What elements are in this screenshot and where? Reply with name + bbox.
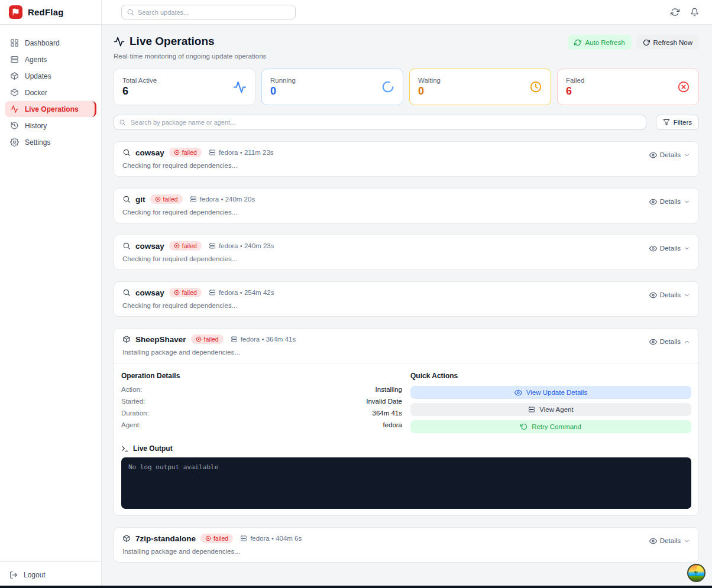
eye-icon (649, 245, 657, 252)
search-icon (119, 119, 126, 126)
server-icon (528, 406, 535, 413)
retry-command-button[interactable]: Retry Command (410, 420, 691, 433)
operation-details-title: Operation Details (121, 372, 402, 380)
stat-total-active: Total Active 6 (114, 69, 255, 105)
agent-meta: fedora • 240m 23s (209, 242, 274, 249)
refresh-now-button[interactable]: Refresh Now (636, 35, 699, 50)
sidebar-item-dashboard[interactable]: Dashboard (5, 35, 96, 51)
operation-expanded-panel: Operation Details Action: Installing Sta… (114, 363, 698, 515)
history-icon (10, 121, 19, 130)
view-agent-button[interactable]: View Agent (410, 403, 691, 416)
sidebar-item-label: Settings (25, 138, 50, 147)
topbar (102, 0, 712, 25)
eye-icon (649, 291, 657, 299)
window-bottom-edge (0, 586, 712, 588)
status-message: Checking for required dependencies... (122, 255, 274, 262)
package-name: cowsay (135, 242, 164, 251)
stat-running: Running 0 (261, 69, 403, 105)
live-output-terminal[interactable]: No log output available (121, 457, 691, 509)
main-area: Live Operations Auto Refresh Refresh Now… (102, 0, 712, 588)
sidebar-item-docker[interactable]: Docker (5, 85, 96, 100)
sidebar-item-history[interactable]: History (5, 118, 96, 134)
details-toggle[interactable]: Details (649, 196, 690, 207)
eye-icon (649, 537, 657, 545)
auto-refresh-button[interactable]: Auto Refresh (568, 35, 631, 50)
bell-icon[interactable] (690, 8, 699, 17)
eye-icon (649, 151, 657, 159)
package-icon (122, 335, 131, 343)
sidebar-item-updates[interactable]: Updates (5, 68, 96, 84)
sidebar-item-label: Docker (25, 89, 47, 97)
refresh-icon (643, 39, 650, 46)
package-name: cowsay (135, 148, 164, 157)
status-message: Checking for required dependencies... (122, 302, 274, 309)
chevron-down-icon (684, 292, 690, 298)
chevron-down-icon (684, 199, 690, 205)
search-icon (122, 288, 131, 297)
details-toggle[interactable]: Details (649, 336, 690, 347)
failed-value: 6 (566, 85, 584, 98)
logout-label: Logout (24, 571, 46, 579)
agent-meta: fedora • 240m 20s (190, 196, 255, 203)
field-started: Started: Invalid Date (121, 398, 402, 405)
package-icon (10, 72, 19, 80)
global-search-input[interactable] (121, 5, 296, 20)
logout-button[interactable]: Logout (0, 561, 101, 588)
x-circle-icon (677, 80, 690, 93)
view-update-details-button[interactable]: View Update Details (410, 386, 691, 399)
server-icon (10, 55, 19, 64)
status-badge: failed (150, 194, 183, 204)
sidebar-item-label: Dashboard (25, 39, 60, 47)
agent-meta: fedora • 364m 41s (231, 336, 296, 343)
quick-actions-section: Quick Actions View Update Details View A… (410, 372, 691, 437)
island-widget-icon[interactable] (687, 564, 705, 582)
details-toggle[interactable]: Details (649, 242, 690, 254)
status-badge: failed (200, 534, 233, 543)
sidebar-item-label: Updates (25, 72, 51, 80)
chevron-down-icon (684, 152, 690, 158)
quick-actions-title: Quick Actions (410, 372, 691, 380)
spinner-icon (381, 80, 394, 93)
container-icon (10, 88, 19, 97)
sidebar-item-label: History (25, 122, 47, 130)
chevron-up-icon (684, 339, 690, 345)
search-icon (122, 195, 131, 203)
agent-meta: fedora • 404m 6s (240, 535, 302, 542)
chevron-down-icon (684, 538, 690, 544)
filters-button[interactable]: Filters (656, 115, 699, 130)
sidebar-item-settings[interactable]: Settings (5, 134, 96, 150)
package-name: SheepShaver (135, 335, 186, 344)
package-name: git (135, 195, 145, 204)
sidebar: RedFlag Dashboard Agents Updates Docker … (0, 0, 102, 588)
content: Live Operations Auto Refresh Refresh Now… (102, 25, 712, 588)
terminal-icon (121, 445, 129, 453)
details-toggle[interactable]: Details (649, 149, 690, 161)
running-value: 0 (270, 85, 296, 98)
status-message: Checking for required dependencies... (122, 162, 274, 169)
status-badge: failed (169, 148, 202, 157)
details-toggle[interactable]: Details (649, 289, 690, 301)
status-message: Checking for required dependencies... (122, 209, 255, 216)
sidebar-item-agents[interactable]: Agents (5, 51, 96, 67)
dashboard-icon (10, 38, 19, 47)
stat-waiting: Waiting 0 (409, 69, 551, 105)
activity-icon (10, 105, 19, 113)
page-subtitle: Real-time monitoring of ongoing update o… (114, 53, 699, 60)
retry-icon (520, 423, 527, 430)
operation-card: 7zip-standalone failed fedora • 404m 6s … (114, 527, 699, 563)
field-duration: Duration: 364m 41s (121, 410, 402, 417)
status-message: Installing package and dependencies... (122, 349, 296, 356)
chevron-down-icon (684, 245, 690, 252)
waiting-value: 0 (418, 85, 441, 98)
sidebar-item-live-operations[interactable]: Live Operations (5, 101, 96, 117)
search-icon (127, 8, 134, 16)
eye-icon (649, 198, 657, 206)
status-message: Installing package and dependencies... (122, 548, 302, 555)
field-action: Action: Installing (121, 386, 402, 393)
sidebar-nav: Dashboard Agents Updates Docker Live Ope… (0, 25, 101, 561)
search-icon (122, 148, 131, 157)
operations-search-input[interactable] (114, 115, 646, 130)
operations-list: cowsay failed fedora • 211m 23s Checking… (114, 141, 699, 563)
details-toggle[interactable]: Details (649, 535, 690, 547)
refresh-icon[interactable] (671, 8, 679, 17)
